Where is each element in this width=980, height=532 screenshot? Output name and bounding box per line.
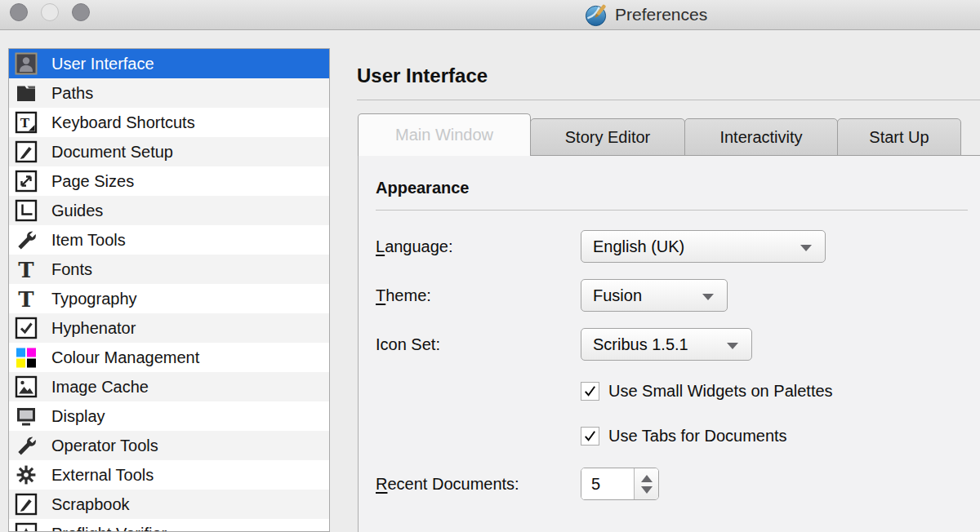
sidebar-item-label: Display (51, 407, 105, 426)
recent-documents-stepper[interactable]: 5 (581, 468, 659, 500)
recent-documents-value[interactable]: 5 (581, 468, 634, 499)
zoom-window-button[interactable] (72, 3, 90, 21)
sidebar-item-label: Keyboard Shortcuts (51, 113, 195, 132)
sidebar-item-hyphenator[interactable]: Hyphenator (9, 313, 329, 343)
icon-set-select[interactable]: Scribus 1.5.1 (581, 328, 752, 361)
checkbox-label: Use Small Widgets on Palettes (608, 382, 833, 401)
preferences-window: Preferences User InterfacePathsTKeyboard… (0, 0, 980, 532)
close-window-button[interactable] (10, 3, 28, 21)
sidebar-item-label: Preflight Verifier (51, 525, 167, 532)
sidebar-item-scrapbook[interactable]: Scrapbook (9, 490, 329, 519)
use-tabs-for-documents-checkbox[interactable] (581, 427, 599, 446)
tab-interactivity[interactable]: Interactivity (684, 118, 838, 156)
sidebar-item-user-interface[interactable]: User Interface (9, 49, 329, 78)
stepper-up-icon[interactable] (641, 475, 653, 482)
user-icon (15, 52, 38, 75)
sidebar-item-page-sizes[interactable]: Page Sizes (9, 166, 329, 196)
preflight-box-icon (15, 522, 38, 532)
language-value: English (UK) (593, 237, 684, 256)
sidebar-item-fonts[interactable]: TFonts (9, 255, 329, 284)
sidebar-item-guides[interactable]: Guides (9, 196, 329, 225)
titlebar: Preferences (0, 0, 980, 30)
scribus-logo-icon (585, 3, 608, 27)
traffic-lights (10, 3, 90, 21)
sidebar-item-label: Image Cache (51, 378, 149, 397)
cmyk-icon (15, 346, 38, 369)
sidebar-item-label: Item Tools (51, 231, 126, 250)
resize-box-icon (15, 170, 38, 193)
serif-t-icon: T (15, 287, 38, 310)
checkbox-row-use-small-widgets-on-palettes: Use Small Widgets on Palettes (581, 381, 833, 401)
monitor-icon (15, 405, 38, 428)
section-title: Appearance (376, 179, 470, 197)
main-window-tab-panel: Appearance Language: English (UK) Theme:… (358, 155, 980, 532)
tab-start-up[interactable]: Start Up (837, 118, 961, 156)
theme-select[interactable]: Fusion (581, 279, 728, 312)
sidebar-item-paths[interactable]: Paths (9, 78, 329, 108)
pen-box-icon (15, 140, 38, 163)
corner-box-icon (15, 199, 38, 222)
sidebar-item-display[interactable]: Display (9, 401, 329, 431)
window-title: Preferences (615, 5, 707, 24)
chevron-down-icon (727, 343, 738, 349)
section-divider (376, 210, 968, 211)
sidebar-item-external-tools[interactable]: External Tools (9, 460, 329, 490)
sidebar-item-preflight-verifier[interactable]: Preflight Verifier (9, 519, 329, 532)
sidebar-item-label: Document Setup (51, 143, 173, 162)
language-label: Language: (376, 230, 453, 263)
page-title: User Interface (357, 64, 488, 87)
sidebar-item-colour-management[interactable]: Colour Management (9, 343, 329, 372)
sidebar-item-label: Fonts (51, 260, 92, 279)
sidebar-item-label: Scrapbook (51, 495, 130, 514)
theme-label: Theme: (376, 279, 431, 312)
sidebar-item-label: Hyphenator (51, 319, 136, 338)
preferences-category-list: User InterfacePathsTKeyboard ShortcutsDo… (8, 48, 330, 532)
chevron-down-icon (800, 245, 812, 251)
theme-value: Fusion (593, 286, 642, 305)
sidebar-item-label: Paths (51, 84, 93, 103)
check-box-icon (15, 317, 38, 339)
wrench-icon (15, 228, 38, 251)
sidebar-item-keyboard-shortcuts[interactable]: TKeyboard Shortcuts (9, 108, 329, 137)
language-select[interactable]: English (UK) (581, 230, 826, 263)
pen-box-icon (15, 493, 38, 516)
window-title-group: Preferences (585, 0, 707, 29)
sidebar-item-label: Guides (51, 202, 103, 220)
icon-set-value: Scribus 1.5.1 (593, 335, 688, 354)
svg-text:T: T (18, 287, 34, 310)
svg-text:T: T (20, 115, 30, 131)
sidebar-item-image-cache[interactable]: Image Cache (9, 372, 329, 401)
sidebar-item-label: External Tools (51, 466, 154, 485)
minimize-window-button[interactable] (41, 3, 59, 21)
folder-icon (15, 82, 38, 104)
checkbox-label: Use Tabs for Documents (608, 427, 787, 446)
serif-t-icon: T (15, 258, 38, 281)
sidebar-item-label: Colour Management (51, 348, 199, 367)
tab-main-window[interactable]: Main Window (358, 113, 531, 156)
sidebar-item-document-setup[interactable]: Document Setup (9, 137, 329, 166)
stepper-down-icon[interactable] (641, 486, 653, 494)
icon-set-label: Icon Set: (376, 328, 440, 361)
recent-documents-label: Recent Documents: (376, 468, 519, 500)
wrench-icon (15, 434, 38, 457)
heading-divider (357, 100, 980, 100)
checkbox-row-use-tabs-for-documents: Use Tabs for Documents (581, 426, 787, 446)
keyboard-t-icon: T (15, 111, 38, 134)
sidebar-item-label: User Interface (51, 55, 154, 73)
chevron-down-icon (702, 294, 714, 300)
sidebar-item-typography[interactable]: TTypography (9, 284, 329, 313)
sidebar-item-label: Operator Tools (51, 437, 158, 455)
image-box-icon (15, 375, 38, 398)
sidebar-item-item-tools[interactable]: Item Tools (9, 225, 329, 255)
sidebar-item-operator-tools[interactable]: Operator Tools (9, 431, 329, 460)
svg-text:T: T (18, 258, 34, 281)
use-small-widgets-on-palettes-checkbox[interactable] (581, 382, 599, 401)
tab-story-editor[interactable]: Story Editor (530, 118, 685, 156)
sidebar-item-label: Typography (51, 290, 137, 308)
sidebar-item-label: Page Sizes (51, 172, 134, 191)
tab-bar: Main WindowStory EditorInteractivityStar… (358, 113, 961, 156)
gear-icon (15, 463, 38, 486)
stepper-buttons[interactable] (634, 468, 658, 499)
